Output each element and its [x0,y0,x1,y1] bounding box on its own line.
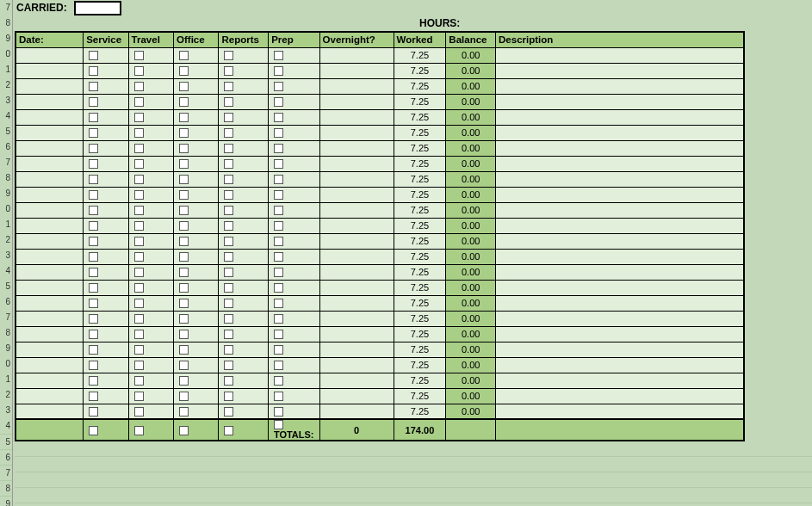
cell-worked[interactable]: 7.25 [394,264,446,280]
cell-overnight[interactable] [319,357,394,373]
cell-balance[interactable]: 0.00 [446,202,496,218]
cell-balance[interactable]: 0.00 [446,171,496,187]
cell-service[interactable] [84,156,128,171]
col-date[interactable]: Date: [15,32,84,47]
row-header[interactable]: 6 [0,139,12,155]
checkbox-icon[interactable] [89,361,98,370]
cell-worked[interactable]: 7.25 [394,47,446,63]
checkbox-icon[interactable] [179,268,189,277]
cell-balance[interactable]: 0.00 [446,63,496,78]
row-header[interactable]: 5 [0,279,12,294]
cell-overnight[interactable] [319,326,394,342]
cell-prep[interactable] [269,218,319,233]
cell-description[interactable] [496,140,744,156]
cell-office[interactable] [174,109,219,125]
row-header[interactable]: 9 [0,186,12,201]
row-header[interactable]: 0 [0,201,12,217]
cell-reports[interactable] [219,187,269,202]
cell-description[interactable] [496,202,744,218]
cell-balance[interactable]: 0.00 [446,125,496,140]
checkbox-icon[interactable] [134,426,144,435]
row-header[interactable]: 2 [0,387,12,403]
checkbox-icon[interactable] [134,268,144,277]
totals-office[interactable] [174,419,219,441]
cell-description[interactable] [496,63,744,78]
cell-prep[interactable] [269,156,319,171]
cell-balance[interactable]: 0.00 [446,280,496,295]
cell-reports[interactable] [219,280,269,295]
cell-worked[interactable]: 7.25 [394,404,446,419]
cell-service[interactable] [84,357,128,373]
checkbox-icon[interactable] [179,314,189,324]
checkbox-icon[interactable] [134,314,144,324]
cell-overnight[interactable] [319,342,394,357]
checkbox-icon[interactable] [274,113,283,122]
cell-service[interactable] [84,63,128,78]
cell-overnight[interactable] [319,125,394,140]
cell-overnight[interactable] [319,373,394,388]
totals-reports[interactable] [219,419,269,441]
row-header[interactable]: 4 [0,108,12,124]
checkbox-icon[interactable] [224,330,233,339]
checkbox-icon[interactable] [89,82,98,91]
checkbox-icon[interactable] [274,128,283,138]
checkbox-icon[interactable] [224,299,233,308]
cell-overnight[interactable] [319,311,394,326]
cell-travel[interactable] [128,156,173,171]
checkbox-icon[interactable] [134,97,144,107]
checkbox-icon[interactable] [134,113,144,122]
checkbox-icon[interactable] [224,190,233,200]
cell-travel[interactable] [128,140,173,156]
cell-description[interactable] [496,109,744,125]
table-row[interactable]: 7.250.00 [15,78,744,94]
row-header[interactable]: 8 [0,15,12,31]
cell-date[interactable] [15,63,84,78]
cell-service[interactable] [84,125,128,140]
checkbox-icon[interactable] [274,361,283,370]
cell-office[interactable] [174,373,219,388]
cell-travel[interactable] [128,249,173,264]
cell-date[interactable] [15,171,84,187]
cell-prep[interactable] [269,233,319,249]
cell-worked[interactable]: 7.25 [394,295,446,311]
cell-service[interactable] [84,140,128,156]
checkbox-icon[interactable] [179,426,189,435]
cell-service[interactable] [84,311,128,326]
cell-description[interactable] [496,404,744,419]
cell-balance[interactable]: 0.00 [446,342,496,357]
cell-description[interactable] [496,156,744,171]
checkbox-icon[interactable] [179,330,189,339]
checkbox-icon[interactable] [89,144,98,153]
checkbox-icon[interactable] [89,66,98,76]
totals-travel[interactable] [128,419,173,441]
cell-prep[interactable] [269,264,319,280]
checkbox-icon[interactable] [89,159,98,169]
checkbox-icon[interactable] [89,330,98,339]
checkbox-icon[interactable] [179,299,189,308]
cell-date[interactable] [15,249,84,264]
cell-travel[interactable] [128,342,173,357]
row-header[interactable]: 2 [0,77,12,93]
cell-balance[interactable]: 0.00 [446,404,496,419]
checkbox-icon[interactable] [224,159,233,169]
checkbox-icon[interactable] [274,159,283,169]
cell-overnight[interactable] [319,171,394,187]
cell-worked[interactable]: 7.25 [394,249,446,264]
cell-overnight[interactable] [319,109,394,125]
cell-description[interactable] [496,218,744,233]
checkbox-icon[interactable] [89,51,98,60]
checkbox-icon[interactable] [89,190,98,200]
checkbox-icon[interactable] [134,345,144,355]
cell-service[interactable] [84,388,128,404]
cell-office[interactable] [174,218,219,233]
row-header[interactable]: 8 [0,170,12,186]
table-row[interactable]: 7.250.00 [15,218,744,233]
cell-date[interactable] [15,156,84,171]
checkbox-icon[interactable] [274,330,283,339]
cell-service[interactable] [84,47,128,63]
cell-travel[interactable] [128,125,173,140]
cell-reports[interactable] [219,233,269,249]
checkbox-icon[interactable] [179,190,189,200]
cell-reports[interactable] [219,311,269,326]
cell-prep[interactable] [269,295,319,311]
